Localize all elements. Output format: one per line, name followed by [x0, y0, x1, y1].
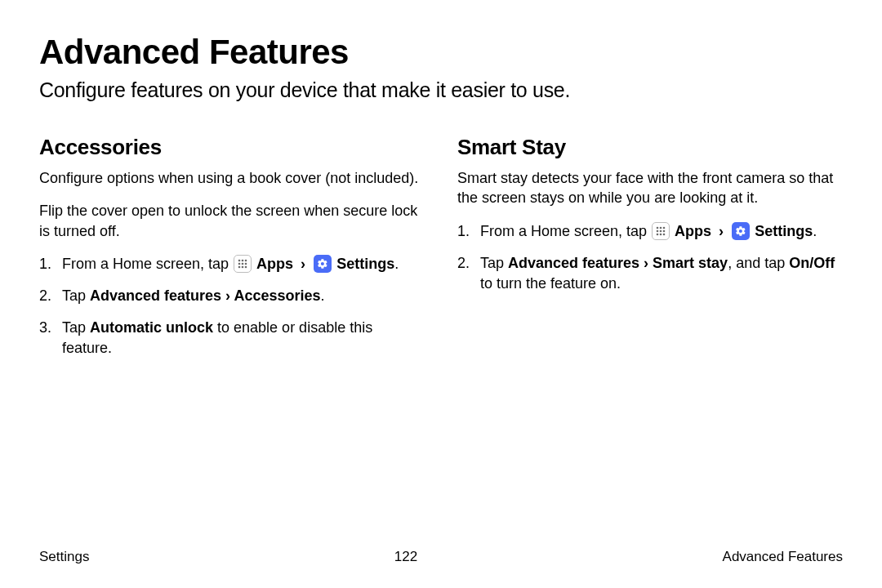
step-text: Tap [62, 287, 90, 304]
svg-point-13 [660, 230, 662, 233]
step-text: From a Home screen, tap [62, 256, 233, 272]
smart-stay-step-1: From a Home screen, tap [457, 221, 843, 242]
apps-icon [652, 222, 670, 240]
svg-point-9 [657, 227, 659, 229]
svg-point-8 [245, 266, 247, 269]
accessories-desc-2: Flip the cover open to unlock the screen… [39, 201, 425, 241]
svg-point-4 [242, 263, 244, 265]
step-bold-toggle: On/Off [789, 255, 835, 271]
step-bold-term: Automatic unlock [90, 319, 213, 336]
page-title: Advanced Features [39, 33, 843, 72]
chevron-icon: › [301, 256, 305, 272]
step-mid-text: , and tap [728, 255, 789, 271]
svg-point-11 [663, 227, 666, 229]
footer-right: Advanced Features [723, 549, 843, 565]
settings-icon [314, 255, 332, 273]
svg-point-3 [238, 263, 241, 265]
svg-point-14 [663, 230, 666, 233]
step-text: Tap [62, 319, 90, 336]
svg-point-5 [245, 263, 247, 265]
step-suffix: . [394, 256, 399, 272]
accessories-heading: Accessories [39, 135, 425, 160]
step-text: From a Home screen, tap [480, 223, 651, 239]
accessories-step-1: From a Home screen, tap [39, 254, 425, 274]
svg-point-0 [238, 260, 241, 262]
page-subtitle: Configure features on your device that m… [39, 78, 843, 102]
step-bold-path: Advanced features › Accessories [90, 287, 320, 304]
step-suffix: . [321, 287, 325, 304]
accessories-step-3: Tap Automatic unlock to enable or disabl… [39, 318, 425, 359]
left-column: Accessories Configure options when using… [39, 135, 425, 371]
smart-stay-steps: From a Home screen, tap [457, 221, 843, 295]
svg-point-12 [657, 230, 659, 233]
apps-icon [234, 255, 252, 273]
apps-label: Apps [256, 256, 293, 272]
step-bold-path: Advanced features › Smart stay [508, 255, 728, 271]
settings-icon [732, 222, 750, 240]
smart-stay-heading: Smart Stay [457, 135, 843, 160]
step-text: Tap [480, 255, 508, 271]
accessories-desc-1: Configure options when using a book cove… [39, 168, 425, 188]
step-suffix: . [813, 223, 817, 239]
svg-point-7 [242, 266, 244, 269]
apps-label: Apps [675, 223, 711, 239]
svg-point-6 [238, 266, 241, 269]
two-column-layout: Accessories Configure options when using… [39, 135, 843, 371]
svg-point-16 [660, 234, 662, 236]
accessories-step-2: Tap Advanced features › Accessories. [39, 286, 425, 306]
accessories-steps: From a Home screen, tap [39, 254, 425, 359]
step-suffix: to turn the feature on. [480, 275, 621, 292]
smart-stay-step-2: Tap Advanced features › Smart stay, and … [457, 253, 843, 294]
settings-label: Settings [336, 256, 394, 272]
page-footer: Settings 122 Advanced Features [39, 549, 843, 565]
svg-point-17 [663, 234, 666, 236]
svg-point-2 [245, 260, 247, 262]
smart-stay-desc: Smart stay detects your face with the fr… [457, 168, 843, 208]
svg-point-1 [242, 260, 244, 262]
footer-left: Settings [39, 549, 89, 565]
svg-point-15 [657, 234, 659, 236]
svg-point-10 [660, 227, 662, 229]
chevron-icon: › [719, 223, 724, 239]
footer-page-number: 122 [394, 549, 417, 565]
document-page: Advanced Features Configure features on … [0, 0, 882, 588]
right-column: Smart Stay Smart stay detects your face … [457, 135, 843, 371]
settings-label: Settings [755, 223, 813, 239]
